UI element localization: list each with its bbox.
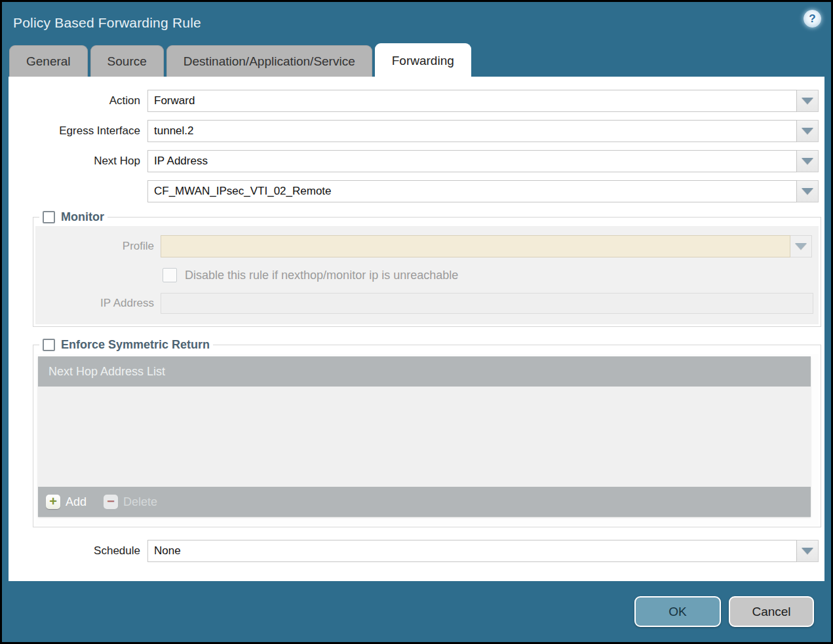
- action-select[interactable]: Forward: [147, 90, 819, 112]
- profile-value: [161, 235, 790, 257]
- monitor-legend-label: Monitor: [61, 210, 104, 224]
- symmetric-return-fieldset: Enforce Symmetric Return Next Hop Addres…: [33, 338, 821, 527]
- next-hop-address-list-table: Next Hop Address List + Add − Delete: [38, 356, 811, 517]
- monitor-ip-row: IP Address: [35, 293, 819, 314]
- next-hop-address-row: CF_MWAN_IPsec_VTI_02_Remote: [10, 180, 819, 202]
- chevron-down-icon: [802, 98, 813, 104]
- add-button[interactable]: + Add: [46, 495, 87, 509]
- egress-interface-value[interactable]: tunnel.2: [147, 120, 797, 142]
- symmetric-return-body: Next Hop Address List + Add − Delete: [35, 354, 819, 525]
- disable-rule-checkbox: [163, 268, 177, 282]
- disable-rule-label: Disable this rule if nexthop/monitor ip …: [185, 269, 458, 282]
- monitor-ip-label: IP Address: [35, 297, 161, 310]
- action-row: Action Forward: [10, 90, 819, 112]
- symmetric-return-legend-label: Enforce Symmetric Return: [61, 338, 210, 352]
- next-hop-address-value[interactable]: CF_MWAN_IPsec_VTI_02_Remote: [147, 180, 797, 202]
- schedule-dropdown-button[interactable]: [797, 540, 819, 562]
- next-hop-address-list-rows[interactable]: [38, 387, 811, 487]
- schedule-row: Schedule None: [10, 540, 819, 562]
- help-icon[interactable]: ?: [804, 10, 821, 28]
- disable-rule-row: Disable this rule if nexthop/monitor ip …: [163, 268, 819, 282]
- action-value[interactable]: Forward: [147, 90, 797, 112]
- monitor-fieldset: Monitor Profile Disable this rule if nex…: [33, 210, 821, 327]
- minus-icon: −: [104, 495, 118, 509]
- next-hop-address-list-toolbar: + Add − Delete: [38, 487, 811, 517]
- forwarding-tab-panel: Action Forward Egress Interface tunnel.2…: [9, 77, 824, 581]
- next-hop-row: Next Hop IP Address: [10, 150, 819, 172]
- delete-button-label: Delete: [123, 495, 157, 509]
- egress-interface-label: Egress Interface: [10, 124, 147, 138]
- egress-interface-row: Egress Interface tunnel.2: [10, 120, 819, 142]
- tab-destination-application-service[interactable]: Destination/Application/Service: [166, 45, 372, 77]
- monitor-checkbox[interactable]: [43, 211, 55, 223]
- action-dropdown-button[interactable]: [797, 90, 819, 112]
- tab-bar: General Source Destination/Application/S…: [2, 43, 831, 77]
- tab-general[interactable]: General: [9, 45, 88, 77]
- dialog-footer: OK Cancel: [2, 581, 831, 642]
- dialog-title: Policy Based Forwarding Rule: [2, 15, 201, 31]
- plus-icon: +: [46, 495, 60, 509]
- action-label: Action: [10, 94, 147, 107]
- egress-interface-dropdown-button[interactable]: [797, 120, 819, 142]
- chevron-down-icon: [802, 128, 813, 134]
- chevron-down-icon: [802, 188, 813, 195]
- monitor-ip-input-disabled: [161, 293, 813, 314]
- next-hop-label: Next Hop: [10, 155, 147, 168]
- delete-button: − Delete: [104, 495, 157, 509]
- ok-button[interactable]: OK: [634, 596, 721, 627]
- next-hop-address-dropdown-button[interactable]: [797, 180, 819, 202]
- profile-label: Profile: [35, 240, 161, 253]
- symmetric-return-checkbox[interactable]: [43, 339, 55, 351]
- add-button-label: Add: [66, 495, 87, 509]
- next-hop-value[interactable]: IP Address: [147, 150, 797, 172]
- tab-source[interactable]: Source: [90, 45, 164, 77]
- chevron-down-icon: [802, 158, 813, 164]
- schedule-select[interactable]: None: [147, 540, 819, 562]
- chevron-down-icon: [795, 243, 807, 250]
- profile-select-disabled: [161, 235, 812, 257]
- schedule-value[interactable]: None: [147, 540, 797, 562]
- tab-forwarding[interactable]: Forwarding: [375, 43, 471, 77]
- profile-dropdown-button: [790, 235, 812, 257]
- next-hop-dropdown-button[interactable]: [797, 150, 819, 172]
- next-hop-select[interactable]: IP Address: [147, 150, 819, 172]
- schedule-label: Schedule: [10, 544, 147, 558]
- policy-based-forwarding-dialog: Policy Based Forwarding Rule ? General S…: [2, 2, 831, 642]
- dialog-titlebar: Policy Based Forwarding Rule ?: [2, 2, 831, 43]
- next-hop-address-select[interactable]: CF_MWAN_IPsec_VTI_02_Remote: [147, 180, 819, 202]
- profile-row: Profile: [35, 235, 819, 257]
- monitor-legend: Monitor: [39, 210, 107, 224]
- egress-interface-select[interactable]: tunnel.2: [147, 120, 819, 142]
- next-hop-address-list-header: Next Hop Address List: [38, 356, 811, 387]
- chevron-down-icon: [802, 548, 813, 554]
- symmetric-return-legend: Enforce Symmetric Return: [39, 338, 213, 352]
- cancel-button[interactable]: Cancel: [729, 596, 814, 627]
- monitor-body: Profile Disable this rule if nexthop/mon…: [35, 226, 819, 324]
